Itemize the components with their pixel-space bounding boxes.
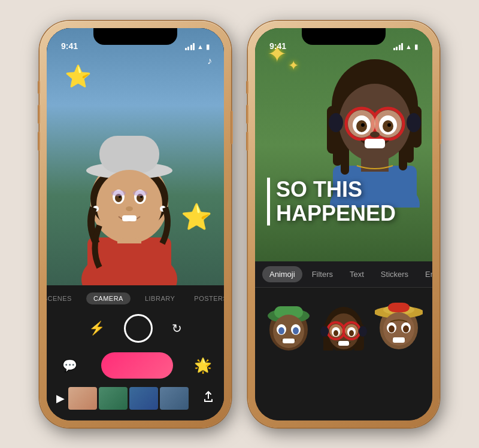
svg-point-80 xyxy=(389,325,395,333)
tab-emoji[interactable]: Emoji xyxy=(418,266,432,282)
battery-icon-2: ▮ xyxy=(414,43,418,51)
notch-2 xyxy=(302,28,386,45)
phone-2-content: 9:41 ▲ ▮ xyxy=(255,28,432,420)
svg-point-53 xyxy=(293,327,299,334)
phone-2: 9:41 ▲ ▮ xyxy=(248,21,439,428)
svg-point-7 xyxy=(96,170,162,239)
phone-1-content: 9:41 ▲ ▮ ♪ xyxy=(47,28,224,420)
play-button[interactable]: ▶ xyxy=(56,392,65,405)
svg-point-68 xyxy=(334,330,338,336)
animoji-item-2[interactable] xyxy=(316,294,371,353)
tab-camera[interactable]: CAMERA xyxy=(86,292,131,304)
camera-controls: SCENES CAMERA LIBRARY POSTERS ⚡ ↻ 💬 xyxy=(47,285,224,420)
svg-point-14 xyxy=(111,190,126,196)
record-button[interactable] xyxy=(124,314,153,343)
text-overlay: SO THIS HAPPENED xyxy=(267,178,396,225)
svg-point-43 xyxy=(370,132,380,138)
time-2: 9:41 xyxy=(269,41,286,51)
wifi-icon-1: ▲ xyxy=(197,43,204,50)
signal-icon-2 xyxy=(393,43,404,50)
animoji-item-1[interactable] xyxy=(261,294,316,353)
camera-tabs: SCENES CAMERA LIBRARY POSTERS xyxy=(47,285,224,309)
clip-preview: ✦ ✦ xyxy=(255,28,432,261)
svg-point-81 xyxy=(403,325,409,333)
svg-point-72 xyxy=(359,326,367,337)
status-icons-2: ▲ ▮ xyxy=(393,43,418,51)
status-icons-1: ▲ ▮ xyxy=(185,43,210,51)
power-button[interactable] xyxy=(231,111,233,144)
action-row: 💬 🌟 xyxy=(47,348,224,383)
tab-stickers[interactable]: Stickers xyxy=(374,266,416,282)
effects-toolbar: Animoji Filters Text Stickers Emoji × xyxy=(255,261,432,288)
export-button[interactable] xyxy=(202,391,214,406)
svg-point-40 xyxy=(361,123,365,127)
timeline-clips xyxy=(68,387,199,410)
phone-2-screen: 9:41 ▲ ▮ xyxy=(255,28,432,420)
svg-point-44 xyxy=(329,113,343,132)
tab-scenes[interactable]: SCENES xyxy=(47,292,77,304)
phone-1: 9:41 ▲ ▮ ♪ xyxy=(40,21,231,428)
svg-point-41 xyxy=(387,123,391,127)
music-note-icon: ♪ xyxy=(207,56,212,66)
battery-icon-1: ▮ xyxy=(206,43,210,51)
wifi-icon-2: ▲ xyxy=(405,43,412,50)
svg-point-16 xyxy=(126,206,133,211)
tab-text[interactable]: Text xyxy=(342,266,371,282)
time-1: 9:41 xyxy=(61,41,78,51)
tab-filters[interactable]: Filters xyxy=(305,266,340,282)
svg-point-15 xyxy=(133,190,147,196)
svg-point-45 xyxy=(407,113,421,132)
svg-rect-54 xyxy=(283,339,295,343)
power-button-2[interactable] xyxy=(439,111,441,144)
svg-point-69 xyxy=(349,330,354,336)
text-line-2: HAPPENED xyxy=(276,202,396,225)
svg-point-52 xyxy=(278,327,284,334)
svg-point-71 xyxy=(320,326,329,337)
text-line-1: SO THIS xyxy=(276,178,396,202)
mute-button-2[interactable] xyxy=(246,81,248,94)
svg-rect-70 xyxy=(338,341,349,346)
phone-1-screen: 9:41 ▲ ▮ ♪ xyxy=(47,28,224,420)
volume-up-button[interactable] xyxy=(38,105,40,124)
star-decoration-left: ⭐ xyxy=(65,64,92,89)
clip-3[interactable] xyxy=(129,387,158,410)
mute-button[interactable] xyxy=(38,81,40,94)
tab-animoji[interactable]: Animoji xyxy=(262,266,302,282)
sparkle-small: ✦ xyxy=(288,58,299,74)
volume-up-button-2[interactable] xyxy=(246,105,248,124)
animoji-picker-grid xyxy=(255,288,432,420)
svg-rect-17 xyxy=(122,215,137,221)
tab-posters[interactable]: POSTERS xyxy=(189,292,224,304)
svg-rect-6 xyxy=(99,136,159,173)
timeline-row: ▶ xyxy=(47,383,224,413)
svg-rect-42 xyxy=(365,139,385,148)
svg-rect-76 xyxy=(388,303,410,312)
svg-rect-82 xyxy=(393,337,405,343)
big-record-button[interactable] xyxy=(101,352,173,379)
phones-container: 9:41 ▲ ▮ ♪ xyxy=(28,9,451,440)
animoji-item-3[interactable] xyxy=(371,294,426,353)
flash-button[interactable]: ⚡ xyxy=(89,321,105,336)
clip-2[interactable] xyxy=(99,387,128,410)
signal-icon-1 xyxy=(185,43,195,50)
notch-1 xyxy=(93,28,177,45)
memoji-character-2 xyxy=(317,28,432,261)
clip-4[interactable] xyxy=(160,387,189,410)
clip-1[interactable] xyxy=(68,387,97,410)
camera-shutter-controls: ⚡ ↻ xyxy=(47,309,224,348)
effects-star-icon[interactable]: 🌟 xyxy=(194,357,212,374)
chat-icon[interactable]: 💬 xyxy=(59,355,80,376)
camera-viewfinder: ⭐ ⭐ xyxy=(47,28,224,285)
volume-down-button[interactable] xyxy=(38,132,40,151)
volume-down-button-2[interactable] xyxy=(246,132,248,151)
tab-library[interactable]: LIBRARY xyxy=(140,292,180,304)
flip-camera-button[interactable]: ↻ xyxy=(172,321,182,336)
memoji-character-1 xyxy=(69,106,189,285)
